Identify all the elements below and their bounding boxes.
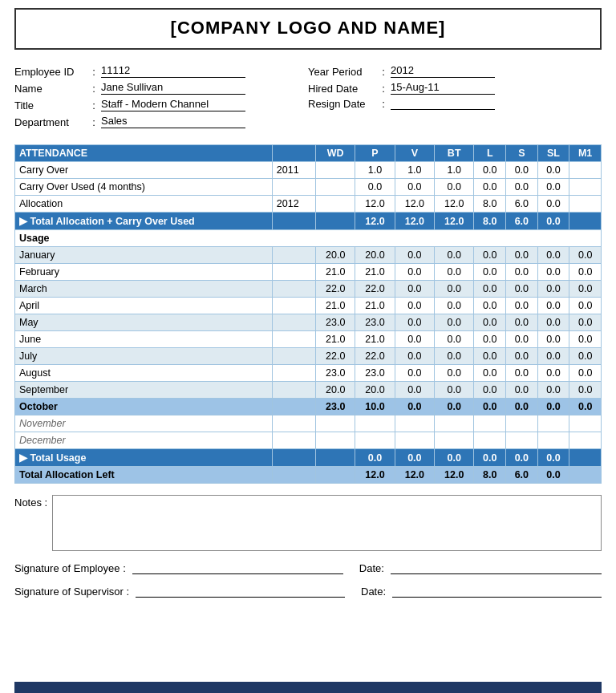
month-3-cell-3: 21.0 — [355, 298, 395, 314]
total-alloc-cell-4: 12.0 — [395, 213, 434, 230]
total-alloc-left-cell-7: 6.0 — [506, 467, 538, 484]
month-8-row: September20.020.00.00.00.00.00.00.0 — [15, 382, 602, 399]
month-8-cell-8: 0.0 — [537, 382, 569, 399]
carry-over-used-cell-4: 0.0 — [395, 179, 434, 196]
signature-row-1: Signature of Supervisor : Date: — [14, 586, 602, 598]
allocation-cell-4: 12.0 — [395, 196, 434, 213]
month-0-cell-2: 20.0 — [316, 247, 355, 264]
total-alloc-cell-8: 0.0 — [537, 213, 569, 230]
attendance-table: ATTENDANCEWDPVBTLSSLM1 Carry Over20111.0… — [14, 144, 602, 484]
month-8-cell-7: 0.0 — [506, 382, 538, 399]
month-10-cell-2 — [316, 415, 355, 432]
total-usage-cell-9 — [569, 449, 602, 467]
sig-date-label-0: Date: — [359, 562, 384, 574]
month-4-cell-4: 0.0 — [395, 314, 434, 331]
month-9-row: October23.010.00.00.00.00.00.00.0 — [15, 399, 602, 415]
month-11-cell-9 — [569, 432, 602, 449]
month-7-cell-0: August — [15, 365, 273, 382]
total-alloc-cell-7: 6.0 — [506, 213, 538, 230]
info-colon: : — [376, 66, 391, 78]
month-9-cell-7: 0.0 — [506, 399, 538, 415]
total-usage-cell-5: 0.0 — [435, 449, 474, 467]
total-usage-cell-3: 0.0 — [355, 449, 395, 467]
month-0-cell-9: 0.0 — [569, 247, 602, 264]
month-4-row: May23.023.00.00.00.00.00.00.0 — [15, 314, 602, 331]
carry-over-cell-2 — [316, 162, 355, 179]
month-2-cell-5: 0.0 — [435, 281, 474, 298]
month-10-cell-9 — [569, 415, 602, 432]
carry-over-cell-8: 0.0 — [537, 162, 569, 179]
month-0-cell-3: 20.0 — [355, 247, 395, 264]
month-2-cell-9: 0.0 — [569, 281, 602, 298]
month-2-cell-0: March — [15, 281, 273, 298]
sig-line-0 — [132, 573, 343, 574]
month-6-row: July22.022.00.00.00.00.00.00.0 — [15, 348, 602, 365]
info-row-right-0: Year Period : 2012 — [308, 64, 602, 78]
month-3-cell-0: April — [15, 298, 273, 314]
month-6-cell-3: 22.0 — [355, 348, 395, 365]
month-2-cell-1 — [272, 281, 315, 298]
month-3-cell-8: 0.0 — [537, 298, 569, 314]
total-alloc-cell-0: ▶ Total Allocation + Carry Over Used — [15, 213, 273, 230]
month-8-cell-6: 0.0 — [474, 382, 506, 399]
total-usage-cell-2 — [316, 449, 355, 467]
carry-over-used-cell-5: 0.0 — [435, 179, 474, 196]
month-10-cell-5 — [435, 415, 474, 432]
month-1-cell-2: 21.0 — [316, 264, 355, 281]
carry-over-used-cell-3: 0.0 — [355, 179, 395, 196]
total-alloc-left-cell-9 — [569, 467, 602, 484]
month-3-cell-2: 21.0 — [316, 298, 355, 314]
info-label: Hired Date — [308, 83, 376, 95]
total-alloc-cell-5: 12.0 — [435, 213, 474, 230]
total-alloc-cell-1 — [272, 213, 315, 230]
month-3-row: April21.021.00.00.00.00.00.00.0 — [15, 298, 602, 314]
col-header-2: WD — [316, 145, 355, 162]
info-label: Resign Date — [308, 98, 376, 110]
allocation-cell-1: 2012 — [272, 196, 315, 213]
month-0-cell-0: January — [15, 247, 273, 264]
carry-over-cell-4: 1.0 — [395, 162, 434, 179]
total-alloc-left-cell-8: 0.0 — [537, 467, 569, 484]
month-5-cell-9: 0.0 — [569, 331, 602, 348]
month-1-cell-6: 0.0 — [474, 264, 506, 281]
carry-over-cell-9 — [569, 162, 602, 179]
sig-line-1 — [136, 597, 345, 598]
month-6-cell-0: July — [15, 348, 273, 365]
month-7-cell-6: 0.0 — [474, 365, 506, 382]
month-4-cell-3: 23.0 — [355, 314, 395, 331]
month-4-cell-5: 0.0 — [435, 314, 474, 331]
sig-date-line-0 — [391, 573, 602, 574]
allocation-cell-2 — [316, 196, 355, 213]
bottom-bar — [14, 682, 602, 693]
month-2-cell-8: 0.0 — [537, 281, 569, 298]
col-header-7: S — [506, 145, 538, 162]
col-header-0: ATTENDANCE — [15, 145, 273, 162]
total-alloc-cell-9 — [569, 213, 602, 230]
company-title: [COMPANY LOGO AND NAME] — [171, 18, 446, 38]
total-usage-cell-7: 0.0 — [506, 449, 538, 467]
month-0-cell-1 — [272, 247, 315, 264]
carry-over-cell-0: Carry Over — [15, 162, 273, 179]
info-row-left-0: Employee ID : 11112 — [14, 64, 308, 78]
month-0-cell-8: 0.0 — [537, 247, 569, 264]
carry-over-used-cell-8: 0.0 — [537, 179, 569, 196]
total-alloc-left-row: Total Allocation Left12.012.012.08.06.00… — [15, 467, 602, 484]
total-alloc-left-cell-3: 12.0 — [355, 467, 395, 484]
month-0-cell-4: 0.0 — [395, 247, 434, 264]
month-8-cell-0: September — [15, 382, 273, 399]
month-3-cell-1 — [272, 298, 315, 314]
sig-date-label-1: Date: — [361, 586, 386, 598]
notes-box[interactable] — [52, 495, 602, 551]
total-alloc-cell-3: 12.0 — [355, 213, 395, 230]
allocation-row: Allocation201212.012.012.08.06.00.0 — [15, 196, 602, 213]
month-5-cell-1 — [272, 331, 315, 348]
month-9-cell-3: 10.0 — [355, 399, 395, 415]
info-row-right-1: Hired Date : 15-Aug-11 — [308, 81, 602, 95]
total-alloc-left-cell-0: Total Allocation Left — [15, 467, 273, 484]
month-1-cell-8: 0.0 — [537, 264, 569, 281]
month-6-cell-5: 0.0 — [435, 348, 474, 365]
month-6-cell-8: 0.0 — [537, 348, 569, 365]
month-7-cell-3: 23.0 — [355, 365, 395, 382]
notes-section: Notes : — [14, 495, 602, 551]
allocation-cell-7: 6.0 — [506, 196, 538, 213]
